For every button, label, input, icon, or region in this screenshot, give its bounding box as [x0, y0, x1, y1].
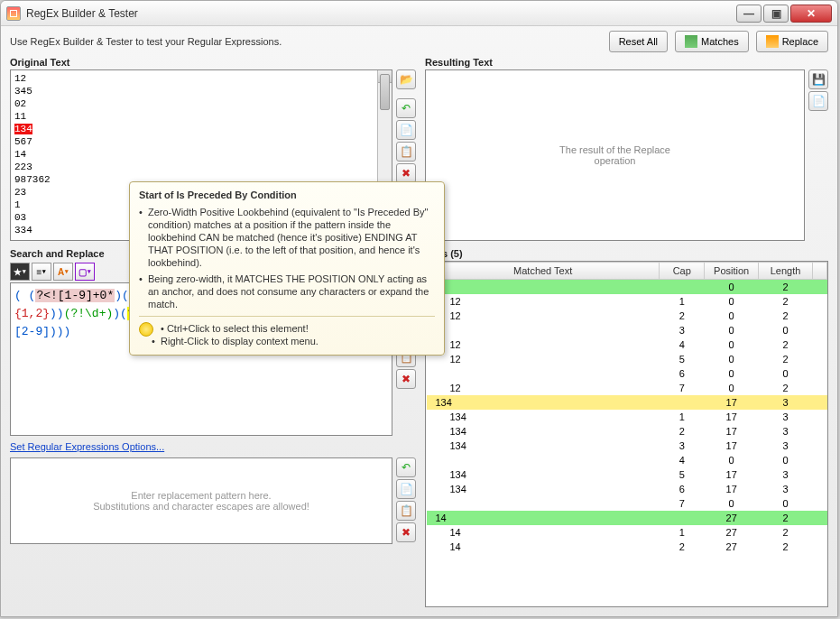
maximize-button[interactable]: ▣ — [763, 5, 789, 23]
repl-clear-button[interactable]: ✖ — [396, 522, 416, 542]
clear-button[interactable]: ✖ — [396, 163, 416, 183]
open-file-button[interactable]: 📂 — [396, 69, 416, 89]
favorite-button[interactable]: ★▾ — [10, 263, 30, 281]
tooltip-hint: Right-Click to display context menu. — [139, 335, 435, 347]
replacement-input[interactable]: Enter replacement pattern here. Substitu… — [10, 457, 392, 544]
tooltip-title: Start of Is Preceded By Condition — [139, 189, 435, 200]
col-length[interactable]: Length — [759, 263, 813, 280]
replacement-placeholder: Enter replacement pattern here. Substitu… — [93, 490, 309, 512]
matches-table-container[interactable]: Matched Text Cap Position Length 0212102… — [425, 261, 828, 607]
save-result-button[interactable]: 💾 — [808, 69, 828, 89]
result-text-box[interactable]: The result of the Replace operation — [425, 69, 805, 241]
table-row[interactable]: 12702 — [427, 381, 827, 395]
element-group-button[interactable]: ▢▾ — [75, 263, 95, 281]
table-row[interactable]: 141272 — [427, 525, 827, 540]
paste-button[interactable]: 📋 — [396, 142, 416, 162]
repl-paste-button[interactable]: 📋 — [396, 501, 416, 521]
table-row[interactable]: 700 — [427, 496, 827, 511]
titlebar: RegEx Builder & Tester — ▣ ✕ — [1, 1, 837, 26]
table-row[interactable]: 12502 — [427, 352, 827, 366]
format-button[interactable]: ≡▾ — [32, 263, 51, 281]
table-row[interactable]: 12202 — [427, 309, 827, 323]
matches-icon — [685, 35, 697, 48]
table-row[interactable]: 600 — [427, 366, 827, 381]
instruction-text: Use RegEx Builder & Tester to test your … — [10, 36, 602, 47]
regex-options-link[interactable]: Set Regular Expressions Options... — [10, 441, 416, 452]
table-row[interactable]: 1342173 — [427, 424, 827, 439]
result-placeholder: The result of the Replace operation — [559, 144, 670, 166]
tooltip-bullet: Zero-Width Positive Lookbehind (equivale… — [139, 206, 435, 269]
replace-button[interactable]: Replace — [756, 31, 828, 52]
element-a-button[interactable]: A▾ — [53, 263, 73, 281]
matches-table: Matched Text Cap Position Length 0212102… — [426, 262, 827, 554]
window-title: RegEx Builder & Tester — [26, 7, 736, 20]
regex-clear-button[interactable]: ✖ — [396, 369, 416, 389]
tooltip-hint: • Ctrl+Click to select this element! — [139, 322, 435, 335]
col-position[interactable]: Position — [705, 263, 759, 280]
table-row[interactable]: 12102 — [427, 294, 827, 309]
matches-button[interactable]: Matches — [675, 31, 749, 52]
table-row[interactable]: 1343173 — [427, 439, 827, 453]
close-button[interactable]: ✕ — [790, 5, 832, 23]
tooltip-bullet: Being zero-width, it MATCHES THE POSITIO… — [139, 273, 435, 310]
table-row[interactable]: 134173 — [427, 395, 827, 410]
table-row[interactable]: 400 — [427, 453, 827, 467]
original-text-label: Original Text — [10, 57, 416, 68]
col-cap[interactable]: Cap — [660, 263, 705, 280]
matches-label: ches (5) — [425, 248, 828, 259]
reset-all-button[interactable]: Reset All — [609, 31, 668, 52]
copy-result-button[interactable]: 📄 — [808, 91, 828, 111]
copy-button[interactable]: 📄 — [396, 120, 416, 140]
col-matched-text[interactable]: Matched Text — [427, 263, 660, 280]
table-row[interactable]: 142272 — [427, 540, 827, 554]
top-toolbar: Use RegEx Builder & Tester to test your … — [1, 26, 837, 57]
tooltip-panel: Start of Is Preceded By Condition Zero-W… — [129, 181, 445, 356]
undo-button[interactable]: ↶ — [396, 98, 416, 118]
table-row[interactable]: 12402 — [427, 337, 827, 352]
repl-undo-button[interactable]: ↶ — [396, 457, 416, 477]
minimize-button[interactable]: — — [736, 5, 762, 23]
scroll-thumb[interactable] — [380, 74, 390, 110]
table-row[interactable]: 1345173 — [427, 467, 827, 482]
table-row[interactable]: 1346173 — [427, 482, 827, 496]
table-row[interactable]: 300 — [427, 323, 827, 337]
resulting-text-label: Resulting Text — [425, 57, 828, 68]
repl-copy-button[interactable]: 📄 — [396, 479, 416, 499]
table-row[interactable]: 1341173 — [427, 410, 827, 424]
table-row[interactable]: 14272 — [427, 511, 827, 525]
table-row[interactable]: 02 — [427, 280, 827, 294]
app-icon — [6, 6, 21, 21]
replace-icon — [766, 35, 779, 48]
